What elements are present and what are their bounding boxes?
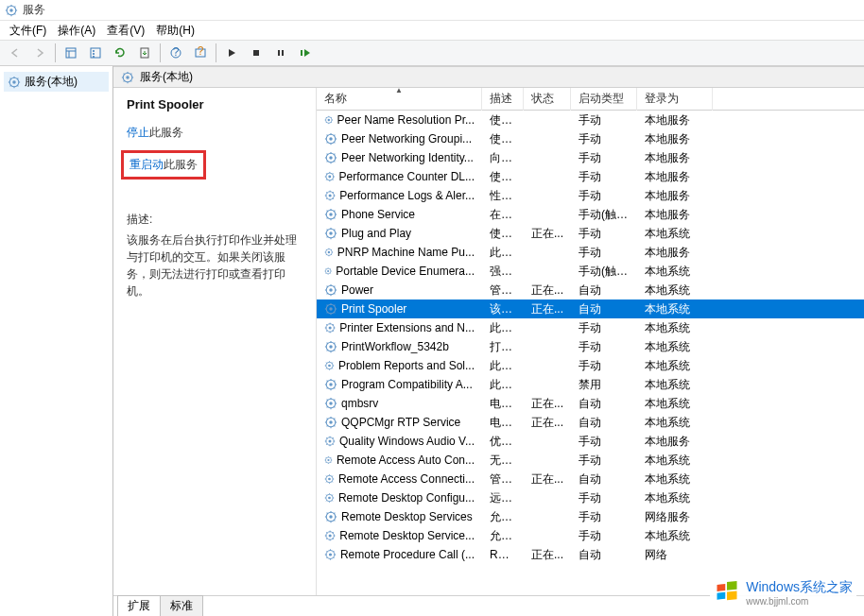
service-startup: 手动 — [571, 432, 637, 452]
service-row[interactable]: Remote Access Auto Con...无论...手动本地系统 — [317, 451, 864, 470]
service-row[interactable]: Problem Reports and Sol...此服...手动本地系统 — [317, 356, 864, 375]
gear-icon — [324, 529, 336, 542]
svg-rect-28 — [717, 591, 726, 599]
detail-panel: Print Spooler 停止此服务 重启动此服务 描述: 该服务在后台执行打… — [113, 88, 317, 595]
menu-help[interactable]: 帮助(H) — [150, 21, 200, 41]
service-row[interactable]: Performance Counter DL...使远...手动本地服务 — [317, 167, 864, 186]
service-row[interactable]: Power管理...正在...自动本地系统 — [317, 281, 864, 299]
app-icon — [4, 3, 19, 18]
menu-action[interactable]: 操作(A) — [52, 21, 101, 41]
service-row[interactable]: Plug and Play使计...正在...手动本地系统 — [317, 224, 864, 243]
service-row[interactable]: Peer Name Resolution Pr...使用...手动本地服务 — [317, 111, 864, 129]
sort-arrow-icon: ▲ — [395, 88, 403, 94]
service-row[interactable]: Quality Windows Audio V...优质...手动本地服务 — [317, 432, 864, 451]
service-desc: 此服... — [482, 356, 524, 376]
service-startup: 手动 — [571, 318, 637, 338]
service-row[interactable]: Remote Desktop Configu...远程...手动本地系统 — [317, 488, 864, 507]
tab-standard[interactable]: 标准 — [160, 595, 203, 616]
gear-icon — [324, 340, 337, 353]
menu-file[interactable]: 文件(F) — [4, 21, 52, 41]
start-button[interactable] — [220, 43, 243, 63]
tab-extended[interactable]: 扩展 — [117, 595, 161, 616]
help-button[interactable]: ? — [164, 43, 187, 63]
service-row[interactable]: Portable Device Enumera...强制...手动(触发...本… — [317, 262, 864, 281]
service-name: PrintWorkflow_5342b — [341, 340, 449, 353]
svg-point-16 — [93, 56, 95, 58]
back-button[interactable] — [4, 43, 26, 63]
restart-button[interactable] — [294, 43, 317, 63]
forward-button[interactable] — [28, 43, 51, 63]
menu-view[interactable]: 查看(V) — [101, 21, 150, 41]
service-status — [524, 137, 571, 141]
services-list: ▲名称 描述 状态 启动类型 登录为 Peer Name Resolution … — [317, 88, 864, 595]
service-logon: 网络服务 — [637, 507, 713, 527]
service-row[interactable]: QQPCMgr RTP Service电脑...正在...自动本地系统 — [317, 413, 864, 432]
service-row[interactable]: Remote Access Connecti...管理...正在...自动本地系… — [317, 470, 864, 488]
restart-service-link[interactable]: 重启动此服务 — [130, 157, 198, 173]
service-name: Plug and Play — [341, 227, 411, 240]
service-desc: 该服... — [482, 299, 524, 319]
service-status: 正在... — [524, 394, 571, 414]
col-logon[interactable]: 登录为 — [637, 88, 713, 111]
col-status[interactable]: 状态 — [524, 88, 571, 111]
service-row[interactable]: Phone Service在设...手动(触发...本地服务 — [317, 205, 864, 224]
right-pane: 服务(本地) Print Spooler 停止此服务 重启动此服务 描述: 该服… — [113, 66, 864, 616]
service-startup: 自动 — [571, 470, 637, 489]
service-status: 正在... — [524, 299, 571, 319]
titlebar: 服务 — [0, 0, 864, 21]
service-row[interactable]: qmbsrv电脑...正在...自动本地系统 — [317, 394, 864, 413]
refresh-button[interactable] — [109, 43, 131, 63]
list-body[interactable]: Peer Name Resolution Pr...使用...手动本地服务Pee… — [317, 111, 864, 595]
properties-button[interactable] — [84, 43, 107, 63]
service-row[interactable]: Printer Extensions and N...此服...手动本地系统 — [317, 318, 864, 337]
service-status — [524, 458, 571, 462]
watermark: Windows系统之家 www.bjjml.com — [710, 577, 856, 608]
show-hide-button[interactable] — [60, 43, 82, 63]
list-header: ▲名称 描述 状态 启动类型 登录为 — [317, 88, 864, 111]
stop-service-link[interactable]: 停止此服务 — [127, 125, 306, 141]
service-status — [524, 383, 571, 386]
service-row[interactable]: Peer Networking Identity...向对...手动本地服务 — [317, 148, 864, 167]
service-startup: 手动 — [571, 488, 637, 508]
service-row[interactable]: Print Spooler该服...正在...自动本地系统 — [317, 299, 864, 318]
service-row[interactable]: Program Compatibility A...此服...禁用本地系统 — [317, 375, 864, 394]
help2-button[interactable]: ? — [189, 43, 212, 63]
right-header-title: 服务(本地) — [140, 69, 193, 85]
service-startup: 手动 — [571, 337, 637, 357]
service-row[interactable]: PrintWorkflow_5342b打印...手动本地系统 — [317, 337, 864, 356]
service-logon: 本地系统 — [637, 224, 713, 244]
service-desc: 管理... — [482, 281, 524, 300]
service-row[interactable]: PNRP Machine Name Pu...此服...手动本地服务 — [317, 243, 864, 262]
service-status — [524, 213, 571, 216]
service-row[interactable]: Remote Desktop Services允许...手动网络服务 — [317, 507, 864, 526]
service-startup: 手动 — [571, 243, 637, 263]
tree-root[interactable]: 服务(本地) — [4, 72, 109, 92]
service-logon: 本地服务 — [637, 167, 713, 187]
service-desc: 使用... — [482, 129, 524, 149]
service-logon: 本地系统 — [637, 451, 713, 471]
service-logon: 本地系统 — [637, 318, 713, 338]
service-logon: 本地系统 — [637, 488, 713, 508]
service-logon: 本地系统 — [637, 356, 713, 376]
service-desc: 远程... — [482, 488, 524, 508]
export-button[interactable] — [133, 43, 156, 63]
service-row[interactable]: Performance Logs & Aler...性能...手动本地服务 — [317, 186, 864, 205]
stop-button[interactable] — [245, 43, 268, 63]
service-status: 正在... — [524, 413, 571, 433]
service-row[interactable]: Remote Desktop Service...允许...手动本地系统 — [317, 526, 864, 545]
service-logon: 本地系统 — [637, 337, 713, 357]
gear-icon — [324, 246, 334, 259]
pause-button[interactable] — [269, 43, 292, 63]
service-desc: 性能... — [482, 186, 524, 206]
service-row[interactable]: Peer Networking Groupi...使用...手动本地服务 — [317, 129, 864, 148]
service-row[interactable]: Remote Procedure Call (...RPC...正在...自动网… — [317, 545, 864, 564]
col-desc[interactable]: 描述 — [482, 88, 524, 111]
col-name[interactable]: ▲名称 — [317, 88, 482, 111]
col-startup[interactable]: 启动类型 — [571, 88, 637, 111]
service-status: 正在... — [524, 545, 571, 565]
toolbar-divider — [216, 43, 216, 62]
service-startup: 自动 — [571, 413, 637, 433]
svg-rect-29 — [727, 590, 737, 600]
service-desc: 优质... — [482, 432, 524, 452]
gear-icon — [324, 151, 337, 164]
